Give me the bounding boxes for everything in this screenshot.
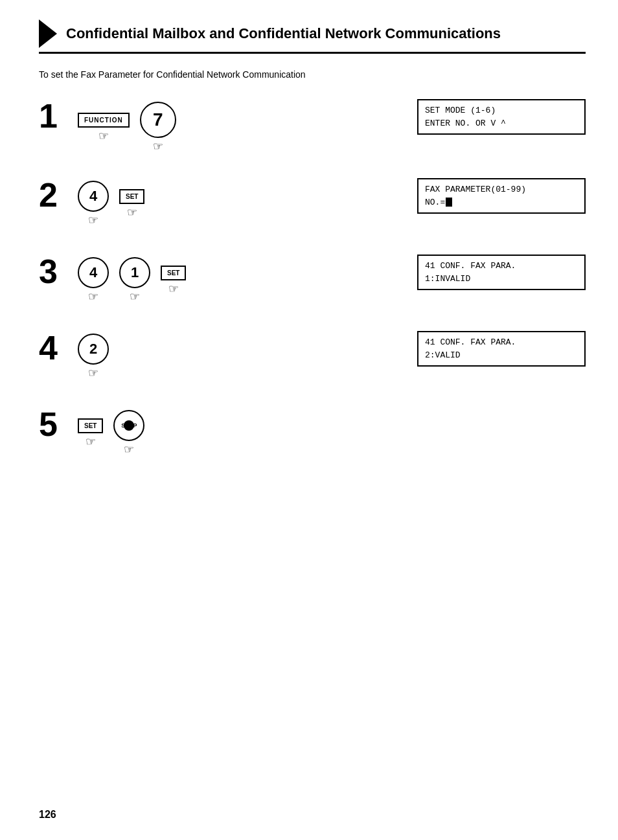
header-title: Confidential Mailbox and Confidential Ne… xyxy=(66,25,501,42)
key7-label: 7 xyxy=(153,109,163,130)
set-button-group-s3: SET ☞ xyxy=(161,266,186,296)
function-button-label: FUNCTION xyxy=(84,117,123,124)
key1-button-s3[interactable]: 1 xyxy=(119,257,150,288)
lcd-line-2-1: FAX PARAMETER(01-99) xyxy=(425,183,578,196)
function-button[interactable]: FUNCTION xyxy=(78,113,130,128)
step-4-number: 4 xyxy=(39,331,78,365)
key4-button-s2[interactable]: 4 xyxy=(78,181,109,212)
step-4-actions: 2 ☞ xyxy=(78,331,391,380)
lcd-display-1: SET MODE (1-6) ENTER NO. OR V ^ xyxy=(417,99,586,135)
step-3-display: 41 CONF. FAX PARA. 1:INVALID xyxy=(417,255,586,290)
finger-icon-s2-2: ☞ xyxy=(127,205,137,220)
step-2-display: FAX PARAMETER(01-99) NO.= xyxy=(417,178,586,214)
step-1-actions: FUNCTION ☞ 7 ☞ xyxy=(78,99,391,153)
lcd-line-1-2: ENTER NO. OR V ^ xyxy=(425,117,578,130)
step-3-number: 3 xyxy=(39,255,78,288)
header-arrow-icon xyxy=(39,19,57,48)
step-2-actions: 4 ☞ SET ☞ xyxy=(78,178,391,227)
step-1-row: 1 FUNCTION ☞ 7 ☞ SET MODE (1-6) ENTER NO… xyxy=(39,99,586,153)
set-label-s5: SET xyxy=(84,422,97,429)
page-container: Confidential Mailbox and Confidential Ne… xyxy=(0,0,618,840)
cursor-block xyxy=(446,198,452,207)
lcd-line-3-2: 1:INVALID xyxy=(425,273,578,286)
step-3-row: 3 4 ☞ 1 ☞ SET ☞ xyxy=(39,255,586,306)
lcd-line-3-1: 41 CONF. FAX PARA. xyxy=(425,260,578,273)
set-label-s2: SET xyxy=(126,193,138,200)
set-button-group-s5: SET ☞ xyxy=(78,418,103,449)
key4-button-s3[interactable]: 4 xyxy=(78,257,109,288)
page-number: 126 xyxy=(39,809,56,821)
lcd-display-4: 41 CONF. FAX PARA. 2:VALID xyxy=(417,331,586,367)
key4-label-s3: 4 xyxy=(89,264,97,281)
lcd-line-1-1: SET MODE (1-6) xyxy=(425,104,578,117)
finger-icon-s3-1: ☞ xyxy=(88,289,98,304)
key1-button-group-s3: 1 ☞ xyxy=(119,257,150,304)
key2-button-s4[interactable]: 2 xyxy=(78,334,109,365)
lcd-line-2-2: NO.= xyxy=(425,196,578,209)
step-1-number: 1 xyxy=(39,99,78,133)
finger-icon-2: ☞ xyxy=(153,139,163,153)
step-5-number: 5 xyxy=(39,407,78,441)
key2-label-s4: 2 xyxy=(89,341,97,358)
lcd-line-4-1: 41 CONF. FAX PARA. xyxy=(425,336,578,349)
finger-icon-s2-1: ☞ xyxy=(88,213,98,227)
key2-button-group-s4: 2 ☞ xyxy=(78,334,109,380)
stop-button-s5[interactable]: STOP xyxy=(113,410,144,441)
step-2-number: 2 xyxy=(39,178,78,212)
key4-label-s2: 4 xyxy=(89,188,97,205)
set-button-s5[interactable]: SET xyxy=(78,418,103,433)
set-label-s3: SET xyxy=(167,269,179,277)
stop-label: STOP xyxy=(121,422,137,429)
step-4-display: 41 CONF. FAX PARA. 2:VALID xyxy=(417,331,586,367)
key1-label-s3: 1 xyxy=(131,264,139,281)
set-button-s3[interactable]: SET xyxy=(161,266,186,280)
key4-button-group-s2: 4 ☞ xyxy=(78,181,109,227)
finger-icon-s3-2: ☞ xyxy=(130,289,140,304)
lcd-display-3: 41 CONF. FAX PARA. 1:INVALID xyxy=(417,255,586,290)
function-button-group: FUNCTION ☞ xyxy=(78,113,130,143)
finger-icon-s5-2: ☞ xyxy=(124,442,134,457)
step-5-row: 5 SET ☞ STOP ☞ xyxy=(39,407,586,459)
finger-icon-s5-1: ☞ xyxy=(86,435,96,449)
key7-button[interactable]: 7 xyxy=(140,102,176,138)
finger-icon-1: ☞ xyxy=(98,129,109,143)
step-4-row: 4 2 ☞ 41 CONF. FAX PARA. 2:VALID xyxy=(39,331,586,383)
step-2-row: 2 4 ☞ SET ☞ FAX PARAMETER(01-99) NO.= xyxy=(39,178,586,230)
finger-icon-s4-1: ☞ xyxy=(88,366,98,380)
step-3-actions: 4 ☞ 1 ☞ SET ☞ xyxy=(78,255,391,304)
step-1-display: SET MODE (1-6) ENTER NO. OR V ^ xyxy=(417,99,586,135)
finger-icon-s3-3: ☞ xyxy=(168,282,179,296)
intro-text: To set the Fax Parameter for Confidentia… xyxy=(39,69,586,80)
step-5-actions: SET ☞ STOP ☞ xyxy=(78,407,586,457)
lcd-line-4-2: 2:VALID xyxy=(425,349,578,362)
lcd-display-2: FAX PARAMETER(01-99) NO.= xyxy=(417,178,586,214)
key7-button-group: 7 ☞ xyxy=(140,102,176,153)
key4-button-group-s3: 4 ☞ xyxy=(78,257,109,304)
set-button-s2[interactable]: SET xyxy=(119,189,144,204)
header-section: Confidential Mailbox and Confidential Ne… xyxy=(39,19,586,54)
set-button-group-s2: SET ☞ xyxy=(119,189,144,220)
stop-button-group-s5: STOP ☞ xyxy=(113,410,144,457)
